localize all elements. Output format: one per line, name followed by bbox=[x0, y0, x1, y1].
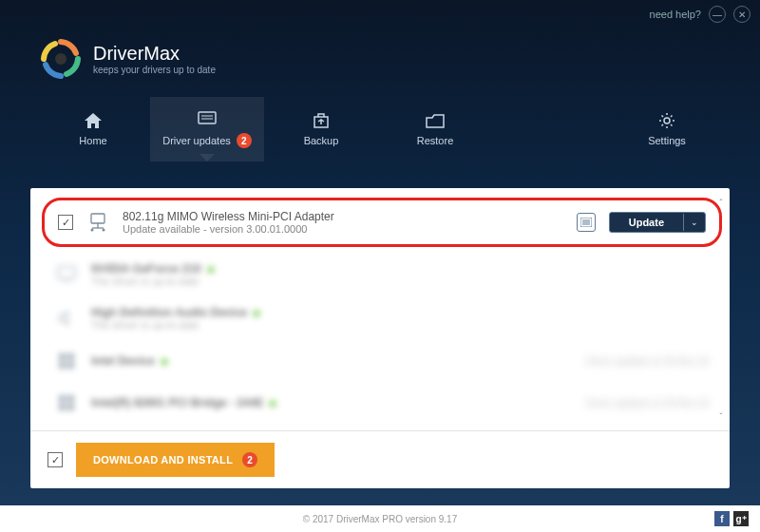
tab-restore[interactable]: Restore bbox=[378, 97, 492, 162]
app-subtitle: keeps your drivers up to date bbox=[93, 65, 216, 75]
help-link[interactable]: need help? bbox=[650, 9, 701, 20]
updates-icon bbox=[198, 110, 217, 127]
tab-label: Backup bbox=[304, 135, 339, 146]
driver-row: Intel(R) 82801 PCI Bridge - 244E Driver … bbox=[48, 382, 716, 424]
tab-backup[interactable]: Backup bbox=[264, 97, 378, 162]
download-badge: 2 bbox=[242, 452, 257, 467]
svg-rect-15 bbox=[58, 267, 75, 278]
copyright: © 2017 DriverMax PRO version 9.17 bbox=[303, 514, 457, 524]
social-links: f g⁺ bbox=[714, 511, 749, 526]
app-logo-icon bbox=[40, 38, 82, 80]
status-dot-icon bbox=[253, 310, 260, 317]
driver-subtitle: The driver is up-to-date bbox=[91, 276, 709, 287]
scroll-down-icon[interactable]: ˇ bbox=[720, 411, 723, 421]
svg-rect-19 bbox=[59, 362, 66, 369]
driver-title: 802.11g MIMO Wireless Mini-PCI Adapter bbox=[123, 210, 563, 223]
svg-rect-17 bbox=[59, 353, 66, 360]
footer: © 2017 DriverMax PRO version 9.17 f g⁺ bbox=[0, 505, 760, 532]
update-button[interactable]: Update ⌄ bbox=[609, 212, 706, 233]
tab-label: Home bbox=[79, 135, 106, 146]
tab-label: Driver updates bbox=[162, 135, 231, 146]
app-title: DriverMax bbox=[93, 43, 216, 65]
tab-home[interactable]: Home bbox=[36, 97, 150, 162]
status-dot-icon bbox=[269, 400, 276, 408]
logo-area: DriverMax keeps your drivers up to date bbox=[0, 28, 760, 97]
svg-rect-21 bbox=[59, 395, 66, 402]
scroll-up-icon[interactable]: ˆ bbox=[720, 198, 723, 207]
home-icon bbox=[84, 112, 103, 129]
svg-rect-6 bbox=[91, 214, 104, 223]
chevron-down-icon[interactable]: ⌄ bbox=[683, 214, 705, 231]
status-dot-icon bbox=[207, 266, 215, 274]
tab-settings[interactable]: Settings bbox=[610, 97, 724, 162]
download-install-button[interactable]: DOWNLOAD AND INSTALL 2 bbox=[76, 443, 275, 477]
status-dot-icon bbox=[161, 358, 168, 366]
facebook-icon[interactable]: f bbox=[714, 511, 730, 526]
driver-title: NVIDIA GeForce 210 bbox=[91, 262, 709, 276]
main-tabs: Home Driver updates2 Backup Restore Sett… bbox=[0, 97, 760, 162]
content-panel: ✓ 802.11g MIMO Wireless Mini-PCI Adapter… bbox=[30, 188, 730, 488]
driver-row: NVIDIA GeForce 210 The driver is up-to-d… bbox=[48, 253, 716, 296]
close-button[interactable]: ✕ bbox=[733, 6, 750, 23]
driver-title: Intel Device bbox=[91, 354, 573, 368]
driver-subtitle: Update available - version 3.00.01.0000 bbox=[123, 223, 563, 235]
driver-title: High Definition Audio Device bbox=[91, 306, 709, 319]
svg-point-9 bbox=[91, 229, 94, 232]
titlebar: need help? — ✕ bbox=[0, 0, 760, 28]
svg-point-0 bbox=[55, 53, 66, 65]
svg-rect-22 bbox=[67, 395, 74, 402]
tab-driver-updates[interactable]: Driver updates2 bbox=[150, 97, 264, 162]
updates-badge: 2 bbox=[237, 133, 252, 148]
backup-icon bbox=[312, 112, 331, 129]
svg-rect-24 bbox=[67, 404, 74, 410]
details-button[interactable] bbox=[577, 213, 596, 232]
driver-list: ✓ 802.11g MIMO Wireless Mini-PCI Adapter… bbox=[30, 188, 730, 430]
google-plus-icon[interactable]: g⁺ bbox=[733, 511, 749, 526]
tab-label: Restore bbox=[417, 135, 454, 146]
svg-rect-1 bbox=[199, 112, 216, 124]
svg-point-10 bbox=[103, 229, 105, 232]
network-adapter-icon bbox=[86, 211, 109, 234]
svg-rect-20 bbox=[67, 362, 74, 369]
windows-icon bbox=[55, 391, 78, 414]
svg-rect-23 bbox=[59, 404, 66, 410]
driver-row: High Definition Audio Device The driver … bbox=[48, 296, 716, 340]
download-label: DOWNLOAD AND INSTALL bbox=[93, 454, 233, 466]
driver-title: Intel(R) 82801 PCI Bridge - 244E bbox=[91, 396, 573, 409]
minimize-button[interactable]: — bbox=[709, 6, 726, 23]
driver-row-featured: ✓ 802.11g MIMO Wireless Mini-PCI Adapter… bbox=[42, 198, 722, 247]
update-button-label: Update bbox=[610, 213, 683, 232]
monitor-icon bbox=[55, 263, 78, 286]
select-all-checkbox[interactable]: ✓ bbox=[48, 452, 63, 467]
restore-icon bbox=[426, 112, 445, 129]
windows-icon bbox=[55, 350, 78, 372]
bottom-bar: ✓ DOWNLOAD AND INSTALL 2 bbox=[30, 430, 730, 488]
svg-point-5 bbox=[664, 118, 670, 124]
tab-label: Settings bbox=[648, 135, 686, 146]
checkbox[interactable]: ✓ bbox=[58, 215, 73, 230]
driver-subtitle: The driver is up-to-date bbox=[91, 319, 709, 331]
audio-icon bbox=[55, 307, 78, 330]
driver-row: Intel Device Driver updated on 03-Nov-16 bbox=[48, 340, 716, 382]
driver-meta: Driver updated on 03-Nov-16 bbox=[586, 356, 709, 367]
scrollbar[interactable]: ˆ ˇ bbox=[714, 198, 728, 421]
svg-rect-18 bbox=[67, 353, 74, 360]
gear-icon bbox=[657, 112, 676, 129]
driver-meta: Driver updated on 03-Nov-16 bbox=[586, 398, 709, 408]
